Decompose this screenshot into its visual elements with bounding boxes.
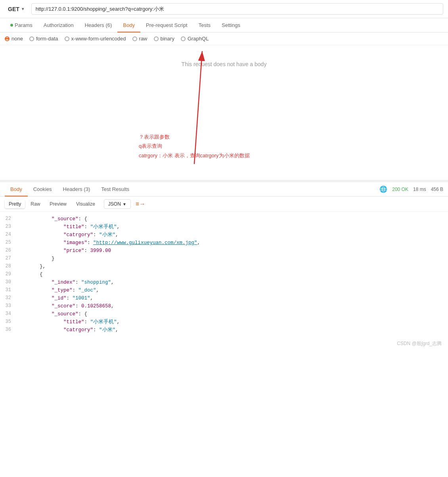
line-content: "price": 3999.00 <box>16 247 448 255</box>
token-punct: , <box>115 327 119 333</box>
token-str: "小米" <box>99 327 115 333</box>
token-indent <box>16 224 63 230</box>
radio-binary <box>154 36 159 41</box>
token-punct: , <box>117 224 120 230</box>
token-link[interactable]: "http://www.gulixueyuan.com/xm.jpg" <box>93 240 197 246</box>
token-punct: { <box>40 272 43 277</box>
token-punct: : { <box>78 311 88 317</box>
token-punct: : <box>84 224 90 230</box>
token-indent <box>16 264 40 269</box>
tab-body[interactable]: Body <box>117 18 140 32</box>
tab-authorization[interactable]: Authorization <box>38 18 79 32</box>
body-type-graphql[interactable]: GraphQL <box>181 36 209 42</box>
annotation-text: ？表示跟参数 q表示查询 catrgory：小米 表示，查询catrgory为小… <box>139 132 436 160</box>
response-tab-cookies-label: Cookies <box>33 186 52 192</box>
body-type-raw[interactable]: raw <box>132 36 147 42</box>
body-type-urlencoded[interactable]: x-www-form-urlencoded <box>65 36 126 42</box>
token-punct: : <box>87 240 93 246</box>
body-type-none[interactable]: none <box>5 36 23 42</box>
format-preview-btn[interactable]: Preview <box>46 200 71 208</box>
tab-prerequest[interactable]: Pre-request Script <box>140 18 193 32</box>
response-tab-cookies[interactable]: Cookies <box>28 182 57 196</box>
token-key: "title" <box>63 224 84 230</box>
token-punct: , <box>197 240 201 246</box>
annotation-section: ？表示跟参数 q表示查询 catrgory：小米 表示，查询catrgory为小… <box>0 124 448 176</box>
line-number: 25 <box>0 239 16 246</box>
url-input[interactable] <box>31 3 443 15</box>
tab-params[interactable]: Params <box>5 18 38 32</box>
table-row: 30 "_index": "shopping", <box>0 279 448 286</box>
tab-tests[interactable]: Tests <box>193 18 216 32</box>
radio-none <box>5 36 10 41</box>
line-content: "title": "小米手机", <box>16 318 448 326</box>
token-key: "_id" <box>52 296 67 301</box>
table-row: 24 "catrgory": "小米", <box>0 231 448 239</box>
token-indent <box>16 248 63 254</box>
token-key: "_score" <box>52 303 75 309</box>
token-punct: , <box>90 296 94 301</box>
table-row: 26 "price": 3999.00 <box>0 247 448 255</box>
token-punct: : <box>67 296 73 301</box>
format-pretty-btn[interactable]: Pretty <box>5 200 25 208</box>
token-punct: : <box>93 327 99 333</box>
line-number: 24 <box>0 231 16 238</box>
body-type-binary[interactable]: binary <box>154 36 174 42</box>
table-row: 23 "title": "小米手机", <box>0 223 448 231</box>
request-body-area: This request does not have a body <box>0 45 448 124</box>
token-str: "小米手机" <box>90 224 117 230</box>
tab-headers-label: Headers (6) <box>85 22 112 28</box>
response-tab-body[interactable]: Body <box>5 182 28 196</box>
annotation-line1: ？表示跟参数 <box>139 132 436 141</box>
line-number: 34 <box>0 310 16 318</box>
token-indent <box>16 327 63 333</box>
token-punct: : <box>93 232 99 238</box>
format-visualize-btn[interactable]: Visualize <box>72 200 99 208</box>
tab-settings-label: Settings <box>222 22 240 28</box>
tab-prerequest-label: Pre-request Script <box>146 22 188 28</box>
token-indent <box>16 232 63 238</box>
token-indent <box>16 319 63 325</box>
table-row: 28 }, <box>0 263 448 271</box>
format-bar: Pretty Raw Preview Visualize JSON ▼ ≡→ <box>0 197 448 212</box>
response-tab-headers[interactable]: Headers (3) <box>57 182 96 196</box>
token-key: "_source" <box>52 311 78 317</box>
line-content: "_source": { <box>16 310 448 318</box>
response-section: Body Cookies Headers (3) Test Results 🌐 … <box>0 180 448 352</box>
line-content: "_type": "_doc", <box>16 286 448 294</box>
method-select[interactable]: GET ▼ <box>5 4 28 14</box>
chevron-down-icon: ▼ <box>21 7 25 11</box>
token-punct: , <box>111 303 114 309</box>
body-type-formdata[interactable]: form-data <box>29 36 58 42</box>
token-str: "小米手机" <box>90 319 117 325</box>
radio-formdata <box>29 36 34 41</box>
tab-headers[interactable]: Headers (6) <box>79 18 118 32</box>
token-indent <box>16 303 52 309</box>
wrap-toggle-btn[interactable]: ≡→ <box>132 199 149 209</box>
table-row: 33 "_score": 0.10258658, <box>0 302 448 310</box>
line-content: "_id": "1001", <box>16 294 448 302</box>
tab-settings[interactable]: Settings <box>216 18 246 32</box>
token-key: "_type" <box>52 288 73 293</box>
line-number: 31 <box>0 286 16 294</box>
format-type-dropdown[interactable]: JSON ▼ <box>104 199 131 209</box>
format-raw-btn[interactable]: Raw <box>27 200 44 208</box>
line-content: "catrgory": "小米", <box>16 231 448 239</box>
token-key: "catrgory" <box>63 232 93 238</box>
response-tab-testresults[interactable]: Test Results <box>96 182 135 196</box>
token-key: "_source" <box>52 216 78 222</box>
token-indent <box>16 272 40 277</box>
body-type-formdata-label: form-data <box>36 36 58 42</box>
token-punct: : <box>73 288 78 293</box>
body-type-none-label: none <box>11 36 23 42</box>
table-row: 31 "_type": "_doc", <box>0 286 448 294</box>
format-type-label: JSON <box>108 201 121 207</box>
globe-icon: 🌐 <box>379 185 387 193</box>
token-indent <box>16 288 52 293</box>
tab-params-label: Params <box>15 22 33 28</box>
table-row: 35 "title": "小米手机", <box>0 318 448 326</box>
line-content: { <box>16 271 448 279</box>
table-row: 34 "_source": { <box>0 310 448 318</box>
token-punct: , <box>115 232 119 238</box>
table-row: 25 "images": "http://www.gulixueyuan.com… <box>0 239 448 247</box>
line-number: 30 <box>0 279 16 286</box>
